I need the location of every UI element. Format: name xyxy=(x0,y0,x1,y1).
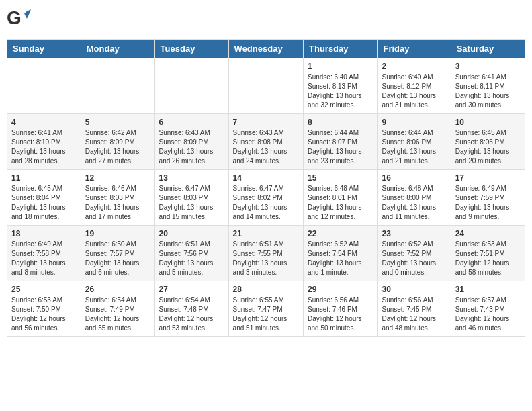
svg-text:G: G xyxy=(7,7,21,28)
day-info: Sunrise: 6:44 AM Sunset: 8:06 PM Dayligh… xyxy=(382,128,446,166)
day-info: Sunrise: 6:47 AM Sunset: 8:03 PM Dayligh… xyxy=(159,184,224,222)
calendar-week-row: 11Sunrise: 6:45 AM Sunset: 8:04 PM Dayli… xyxy=(7,170,525,226)
calendar-day-cell: 5Sunrise: 6:42 AM Sunset: 8:09 PM Daylig… xyxy=(81,114,154,170)
calendar-day-cell: 2Sunrise: 6:40 AM Sunset: 8:12 PM Daylig… xyxy=(378,58,451,114)
calendar-table: SundayMondayTuesdayWednesdayThursdayFrid… xyxy=(7,39,525,337)
day-info: Sunrise: 6:51 AM Sunset: 7:55 PM Dayligh… xyxy=(233,240,299,277)
empty-day-cell xyxy=(7,58,81,114)
weekday-header-wednesday: Wednesday xyxy=(228,40,303,58)
day-info: Sunrise: 6:48 AM Sunset: 8:00 PM Dayligh… xyxy=(382,184,446,222)
calendar-day-cell: 14Sunrise: 6:47 AM Sunset: 8:02 PM Dayli… xyxy=(228,170,303,226)
calendar-day-cell: 29Sunrise: 6:56 AM Sunset: 7:46 PM Dayli… xyxy=(304,281,378,337)
day-number: 27 xyxy=(159,285,224,294)
calendar-day-cell: 9Sunrise: 6:44 AM Sunset: 8:06 PM Daylig… xyxy=(378,114,451,170)
day-info: Sunrise: 6:40 AM Sunset: 8:13 PM Dayligh… xyxy=(308,73,373,110)
day-number: 10 xyxy=(455,118,521,127)
calendar-day-cell: 12Sunrise: 6:46 AM Sunset: 8:03 PM Dayli… xyxy=(81,170,154,226)
day-number: 4 xyxy=(11,118,77,127)
calendar-day-cell: 21Sunrise: 6:51 AM Sunset: 7:55 PM Dayli… xyxy=(228,226,303,281)
calendar-week-row: 4Sunrise: 6:41 AM Sunset: 8:10 PM Daylig… xyxy=(7,114,525,170)
day-number: 29 xyxy=(308,285,373,294)
calendar-day-cell: 27Sunrise: 6:54 AM Sunset: 7:48 PM Dayli… xyxy=(154,281,228,337)
calendar-day-cell: 16Sunrise: 6:48 AM Sunset: 8:00 PM Dayli… xyxy=(378,170,451,226)
calendar-day-cell: 24Sunrise: 6:53 AM Sunset: 7:51 PM Dayli… xyxy=(451,226,525,281)
empty-day-cell xyxy=(228,58,303,114)
calendar-day-cell: 10Sunrise: 6:45 AM Sunset: 8:05 PM Dayli… xyxy=(451,114,525,170)
empty-day-cell xyxy=(81,58,154,114)
day-number: 8 xyxy=(308,118,373,127)
day-info: Sunrise: 6:43 AM Sunset: 8:09 PM Dayligh… xyxy=(159,128,224,166)
day-number: 14 xyxy=(233,173,299,183)
day-info: Sunrise: 6:47 AM Sunset: 8:02 PM Dayligh… xyxy=(233,184,299,222)
weekday-header-sunday: Sunday xyxy=(7,40,81,58)
logo-icon: G xyxy=(7,7,31,34)
calendar-week-row: 18Sunrise: 6:49 AM Sunset: 7:58 PM Dayli… xyxy=(7,226,525,281)
day-number: 17 xyxy=(455,173,521,183)
day-info: Sunrise: 6:41 AM Sunset: 8:11 PM Dayligh… xyxy=(455,73,521,110)
day-info: Sunrise: 6:53 AM Sunset: 7:51 PM Dayligh… xyxy=(455,240,521,277)
calendar-day-cell: 4Sunrise: 6:41 AM Sunset: 8:10 PM Daylig… xyxy=(7,114,81,170)
calendar-day-cell: 8Sunrise: 6:44 AM Sunset: 8:07 PM Daylig… xyxy=(304,114,378,170)
calendar-day-cell: 19Sunrise: 6:50 AM Sunset: 7:57 PM Dayli… xyxy=(81,226,154,281)
calendar-day-cell: 25Sunrise: 6:53 AM Sunset: 7:50 PM Dayli… xyxy=(7,281,81,337)
calendar-day-cell: 18Sunrise: 6:49 AM Sunset: 7:58 PM Dayli… xyxy=(7,226,81,281)
day-info: Sunrise: 6:45 AM Sunset: 8:05 PM Dayligh… xyxy=(455,128,521,166)
weekday-header-tuesday: Tuesday xyxy=(154,40,228,58)
day-number: 26 xyxy=(85,285,150,294)
calendar-day-cell: 6Sunrise: 6:43 AM Sunset: 8:09 PM Daylig… xyxy=(154,114,228,170)
day-number: 3 xyxy=(455,62,521,71)
page-header: G xyxy=(7,7,525,34)
day-info: Sunrise: 6:50 AM Sunset: 7:57 PM Dayligh… xyxy=(85,240,150,277)
day-info: Sunrise: 6:56 AM Sunset: 7:45 PM Dayligh… xyxy=(382,295,446,333)
day-info: Sunrise: 6:53 AM Sunset: 7:50 PM Dayligh… xyxy=(11,295,77,333)
day-number: 18 xyxy=(11,229,77,238)
day-number: 6 xyxy=(159,118,224,127)
calendar-day-cell: 22Sunrise: 6:52 AM Sunset: 7:54 PM Dayli… xyxy=(304,226,378,281)
calendar-day-cell: 7Sunrise: 6:43 AM Sunset: 8:08 PM Daylig… xyxy=(228,114,303,170)
day-info: Sunrise: 6:43 AM Sunset: 8:08 PM Dayligh… xyxy=(233,128,299,166)
day-number: 2 xyxy=(382,62,446,71)
day-info: Sunrise: 6:51 AM Sunset: 7:56 PM Dayligh… xyxy=(159,240,224,277)
day-info: Sunrise: 6:54 AM Sunset: 7:48 PM Dayligh… xyxy=(159,295,224,333)
day-number: 28 xyxy=(233,285,299,294)
day-info: Sunrise: 6:55 AM Sunset: 7:47 PM Dayligh… xyxy=(233,295,299,333)
day-info: Sunrise: 6:57 AM Sunset: 7:43 PM Dayligh… xyxy=(455,295,521,333)
day-number: 25 xyxy=(11,285,77,294)
day-info: Sunrise: 6:54 AM Sunset: 7:49 PM Dayligh… xyxy=(85,295,150,333)
day-number: 22 xyxy=(308,229,373,238)
calendar-day-cell: 23Sunrise: 6:52 AM Sunset: 7:52 PM Dayli… xyxy=(378,226,451,281)
day-number: 12 xyxy=(85,173,150,183)
day-number: 13 xyxy=(159,173,224,183)
day-number: 1 xyxy=(308,62,373,71)
calendar-day-cell: 13Sunrise: 6:47 AM Sunset: 8:03 PM Dayli… xyxy=(154,170,228,226)
day-info: Sunrise: 6:41 AM Sunset: 8:10 PM Dayligh… xyxy=(11,128,77,166)
calendar-day-cell: 3Sunrise: 6:41 AM Sunset: 8:11 PM Daylig… xyxy=(451,58,525,114)
day-number: 7 xyxy=(233,118,299,127)
weekday-header-monday: Monday xyxy=(81,40,154,58)
day-number: 21 xyxy=(233,229,299,238)
day-info: Sunrise: 6:52 AM Sunset: 7:52 PM Dayligh… xyxy=(382,240,446,277)
calendar-week-row: 1Sunrise: 6:40 AM Sunset: 8:13 PM Daylig… xyxy=(7,58,525,114)
calendar-day-cell: 11Sunrise: 6:45 AM Sunset: 8:04 PM Dayli… xyxy=(7,170,81,226)
day-number: 11 xyxy=(11,173,77,183)
calendar-day-cell: 20Sunrise: 6:51 AM Sunset: 7:56 PM Dayli… xyxy=(154,226,228,281)
calendar-day-cell: 1Sunrise: 6:40 AM Sunset: 8:13 PM Daylig… xyxy=(304,58,378,114)
day-info: Sunrise: 6:46 AM Sunset: 8:03 PM Dayligh… xyxy=(85,184,150,222)
svg-marker-2 xyxy=(24,12,30,19)
day-number: 5 xyxy=(85,118,150,127)
day-number: 15 xyxy=(308,173,373,183)
weekday-header-friday: Friday xyxy=(378,40,451,58)
calendar-day-cell: 28Sunrise: 6:55 AM Sunset: 7:47 PM Dayli… xyxy=(228,281,303,337)
day-info: Sunrise: 6:52 AM Sunset: 7:54 PM Dayligh… xyxy=(308,240,373,277)
day-number: 16 xyxy=(382,173,446,183)
day-info: Sunrise: 6:49 AM Sunset: 7:59 PM Dayligh… xyxy=(455,184,521,222)
day-number: 23 xyxy=(382,229,446,238)
day-info: Sunrise: 6:49 AM Sunset: 7:58 PM Dayligh… xyxy=(11,240,77,277)
day-info: Sunrise: 6:40 AM Sunset: 8:12 PM Dayligh… xyxy=(382,73,446,110)
weekday-header-row: SundayMondayTuesdayWednesdayThursdayFrid… xyxy=(7,40,525,58)
day-info: Sunrise: 6:44 AM Sunset: 8:07 PM Dayligh… xyxy=(308,128,373,166)
day-info: Sunrise: 6:45 AM Sunset: 8:04 PM Dayligh… xyxy=(11,184,77,222)
calendar-day-cell: 26Sunrise: 6:54 AM Sunset: 7:49 PM Dayli… xyxy=(81,281,154,337)
weekday-header-thursday: Thursday xyxy=(304,40,378,58)
day-info: Sunrise: 6:56 AM Sunset: 7:46 PM Dayligh… xyxy=(308,295,373,333)
